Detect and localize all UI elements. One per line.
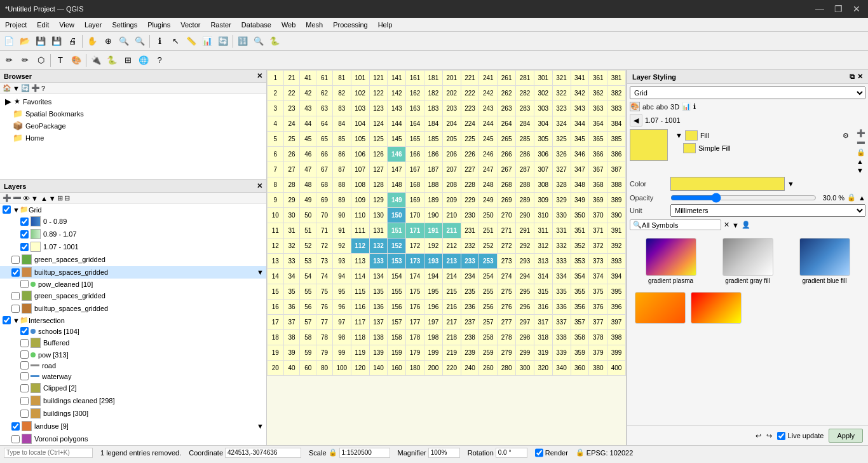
symbol-item[interactable]: gradient blue fill: [789, 238, 860, 284]
live-update-checkbox[interactable]: [777, 432, 785, 440]
locate-input[interactable]: [4, 448, 93, 458]
save-as-button[interactable]: 💾: [49, 34, 64, 49]
list-item[interactable]: Voronoi polygons: [0, 432, 266, 445]
diagram-tab[interactable]: 📊: [682, 102, 691, 111]
layer-visibility-checkbox[interactable]: [20, 410, 29, 418]
coordinate-input[interactable]: [225, 448, 301, 458]
layer-visibility-checkbox[interactable]: [20, 280, 29, 288]
magnifier-input[interactable]: [428, 448, 460, 458]
opacity-slider[interactable]: [670, 195, 817, 200]
layer-visibility-checkbox[interactable]: [20, 339, 29, 347]
add-fill-button[interactable]: ➕: [857, 129, 865, 137]
close-button[interactable]: ✕: [850, 4, 863, 14]
menu-item-plugins[interactable]: Plugins: [142, 20, 175, 30]
layer-visibility-checkbox[interactable]: [20, 243, 29, 251]
map-canvas[interactable]: 1214161811011211411611812012212412612813…: [267, 70, 627, 445]
list-item[interactable]: schools [104]: [0, 326, 266, 336]
browser-filter-button[interactable]: ▼: [13, 85, 20, 92]
abc2-tab[interactable]: abo: [656, 103, 668, 111]
measure-button[interactable]: 📏: [184, 34, 199, 49]
menu-item-processing[interactable]: Processing: [328, 20, 372, 30]
down-fill-button[interactable]: ▼: [857, 167, 865, 174]
symbol-clear-button[interactable]: ✕: [724, 221, 729, 229]
list-item[interactable]: 0 - 0.89: [0, 215, 266, 228]
list-item[interactable]: pow [313]: [0, 349, 266, 360]
menu-item-layer[interactable]: Layer: [79, 20, 107, 30]
layer-visibility-checkbox[interactable]: [20, 384, 29, 392]
list-item[interactable]: Clipped [2]: [0, 382, 266, 394]
grid-button[interactable]: ⊞: [120, 53, 135, 68]
list-item[interactable]: ▼ 📁 Intersection: [0, 315, 266, 326]
list-item[interactable]: buildings [300]: [0, 407, 266, 420]
browser-help-button[interactable]: ?: [41, 85, 45, 92]
menu-item-view[interactable]: View: [54, 20, 79, 30]
layer-visibility-checkbox[interactable]: [11, 256, 20, 264]
symbol-user-button[interactable]: 👤: [742, 221, 750, 229]
color-picker[interactable]: [670, 177, 785, 191]
filter-layer-button[interactable]: ▼: [31, 195, 38, 202]
layer-visibility-checkbox[interactable]: [3, 205, 11, 214]
remove-layer-button[interactable]: ➖: [13, 194, 22, 202]
list-item[interactable]: builtup_spaces_gridded: [0, 302, 266, 315]
symbol-item[interactable]: gradient plasma: [635, 238, 707, 284]
browser-close-icon[interactable]: ✕: [257, 72, 262, 80]
browser-home-button[interactable]: 🏠: [3, 84, 11, 92]
list-item[interactable]: pow_cleaned [10]: [0, 279, 266, 289]
identify-button[interactable]: ℹ: [152, 34, 167, 49]
maximize-button[interactable]: ❐: [832, 4, 845, 14]
fill-settings-icon[interactable]: ⚙: [843, 132, 849, 140]
render-checkbox[interactable]: [535, 448, 543, 458]
python-button[interactable]: 🐍: [267, 34, 282, 49]
zoom-out-button[interactable]: 🔍: [132, 34, 147, 49]
expand-fill-icon[interactable]: ▼: [675, 132, 682, 139]
menu-item-mesh[interactable]: Mesh: [301, 20, 328, 30]
calculator-button[interactable]: 🔢: [235, 34, 250, 49]
help-button[interactable]: ?: [152, 53, 167, 68]
node-button[interactable]: ⬡: [33, 53, 48, 68]
minimize-button[interactable]: —: [813, 4, 827, 14]
color-button[interactable]: 🎨: [69, 53, 84, 68]
symbol-preview-warm[interactable]: [635, 292, 686, 324]
opacity-lock-button[interactable]: 🔒: [847, 193, 856, 202]
add-layer-button[interactable]: ➕: [3, 194, 11, 202]
3d-tab[interactable]: 3D: [670, 103, 679, 111]
menu-item-project[interactable]: Project: [0, 20, 32, 30]
list-item[interactable]: buildings cleaned [298]: [0, 394, 266, 407]
browser-add-button[interactable]: ➕: [31, 84, 40, 92]
layer-visibility-checkbox[interactable]: [11, 422, 20, 431]
browser-item[interactable]: 📁 Home: [0, 132, 266, 144]
edit-button[interactable]: ✏: [17, 53, 32, 68]
layer-visibility-checkbox[interactable]: [11, 292, 20, 300]
toggle-visibility-button[interactable]: 👁: [23, 195, 30, 202]
pan-button[interactable]: ✋: [85, 34, 100, 49]
zoom-full-button[interactable]: ⊕: [100, 34, 116, 49]
scale-input[interactable]: [339, 448, 390, 458]
layer-visibility-checkbox[interactable]: [20, 218, 29, 226]
menu-item-edit[interactable]: Edit: [32, 20, 54, 30]
symbol-dropdown-button[interactable]: ▼: [732, 221, 739, 229]
rotation-input[interactable]: [496, 448, 527, 458]
attribute-table-button[interactable]: 📊: [200, 34, 215, 49]
abc-tab[interactable]: abc: [642, 103, 654, 111]
move-up-button[interactable]: ▲: [41, 195, 48, 202]
refresh-button[interactable]: 🔄: [215, 34, 231, 49]
move-down-button[interactable]: ▼: [49, 195, 56, 202]
globe-button[interactable]: 🌐: [136, 53, 151, 68]
opacity-up-button[interactable]: ▲: [858, 194, 865, 202]
unit-selector[interactable]: Millimeters: [670, 204, 865, 217]
layer-selector[interactable]: Grid: [630, 86, 865, 99]
list-item[interactable]: 1.07 - 1001: [0, 240, 266, 253]
lock-fill-button[interactable]: 🔒: [857, 148, 865, 156]
digitize-button[interactable]: ✏: [1, 53, 17, 68]
styling-close-icon[interactable]: ✕: [857, 73, 863, 81]
expand-all-button[interactable]: ⊞: [57, 194, 63, 202]
remove-fill-button[interactable]: ➖: [857, 139, 865, 147]
symbol-preview-hot[interactable]: [691, 292, 742, 324]
layer-visibility-checkbox[interactable]: [20, 350, 29, 359]
python-console-button[interactable]: 🐍: [104, 53, 119, 68]
layer-visibility-checkbox[interactable]: [3, 316, 11, 324]
apply-button[interactable]: Apply: [829, 429, 863, 443]
browser-item[interactable]: 📁 Spatial Bookmarks: [0, 107, 266, 120]
metadata-tab[interactable]: ℹ: [693, 102, 696, 111]
label-button[interactable]: T: [53, 53, 68, 68]
